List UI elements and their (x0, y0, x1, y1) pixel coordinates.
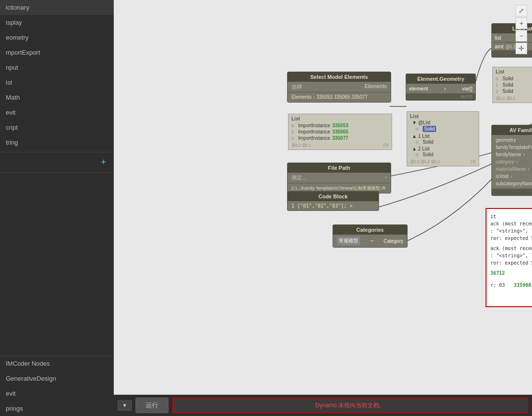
console-line: ror: expected Solid, got Mesh (490, 235, 532, 242)
sidebar-item-list[interactable]: ist (0, 75, 114, 90)
zoom-controls: ⤢ + − ✛ (516, 5, 527, 54)
zoom-pan-button[interactable]: ✛ (516, 43, 527, 54)
element-list-subnode: ▼ @List (412, 120, 476, 125)
av-familytemplatepath-input: familyTemplatePath (496, 145, 532, 150)
sidebar-item-display[interactable]: isplay (0, 15, 114, 30)
sidebar-item-revit2[interactable]: evit (0, 386, 114, 401)
sidebar-item-springs[interactable]: prings (0, 401, 114, 416)
sidebar-item-importexport[interactable]: mportExport (0, 45, 114, 60)
select-model-content: Elements：335053 335065 335077 (291, 94, 367, 100)
sidebar-item-script[interactable]: cript (0, 120, 114, 135)
element-geometry-header: Element.Geometry (406, 74, 475, 84)
av-geometry-input: geometry (496, 137, 516, 143)
flatten-amt-value: @L1 (505, 44, 516, 49)
zoom-out-button[interactable]: − (516, 30, 527, 42)
categories-header: Categories (333, 225, 407, 235)
select-model-col2: Elements (365, 83, 387, 90)
error-console: it ack (most recent call last): : "<stri… (486, 208, 532, 307)
list-item: 2 Solid (496, 88, 532, 94)
plus-icon: + (519, 19, 523, 27)
sidebar-bottom: IMCoder Nodes GenerativeDesign evit prin… (0, 356, 114, 416)
sidebar-item-string[interactable]: tring (0, 135, 114, 150)
sidebar-add-button[interactable]: + (0, 154, 114, 170)
sidebar-divider-2 (0, 172, 114, 173)
element-list-node: List ▼ @List 0 Solid ▲ 1 List 0 Solid ▲ … (407, 111, 479, 166)
canvas-area[interactable]: Select Model Elements 选择 Elements Elemen… (114, 0, 532, 416)
console-line: : "<string>", line 121, in NewForm_backg… (490, 252, 532, 259)
bottom-dropdown[interactable]: ▼ (118, 400, 132, 411)
fit-icon: ⤢ (518, 7, 524, 15)
sidebar-item-geometry[interactable]: eometry (0, 30, 114, 45)
av-familyname-input: familyName (496, 152, 521, 157)
select-list-node: List 0 ImportInstance 335053 1 ImportIns… (288, 114, 392, 150)
sidebar-item-dictionary[interactable]: ictionary (0, 0, 114, 15)
element-list-subnode3: ▲ 2 List (412, 146, 476, 151)
file-path-header: File Path (288, 163, 391, 173)
element-list-footer: @L3 @L2 @L1 (410, 159, 440, 164)
flatten-amt-input: amt (495, 44, 503, 49)
av-family-header: AV FamilyInstance.ByGeometry (492, 125, 532, 135)
zoom-fit-button[interactable]: ⤢ (516, 5, 527, 16)
categories-output: Category (383, 238, 403, 244)
sidebar-divider (0, 152, 114, 152)
console-line: it (490, 213, 532, 220)
sidebar-item-imcoder[interactable]: IMCoder Nodes (0, 356, 114, 371)
sidebar-item-input[interactable]: nput (0, 60, 114, 75)
bottom-bar: ▼ 运行 Dynamo 未指向当前文档。 (114, 395, 532, 416)
flatten-list-title: List (496, 69, 532, 74)
list-item: 0 Solid (496, 75, 532, 82)
pan-icon: ✛ (518, 45, 524, 52)
select-list-footer: @L2 @L1 (291, 143, 311, 148)
categories-dropdown[interactable]: 常规模型 (337, 237, 360, 245)
flatten-list-node: List 0 Solid 1 Solid 2 Solid @L2 @L1 (3) (492, 67, 532, 103)
minus-icon: − (519, 32, 523, 40)
console-line: ror: expected Solid, got Mesh (490, 259, 532, 267)
code-block-node: Code Block 1 ["01","02","03"]; > (287, 191, 379, 211)
console-spacer (490, 277, 532, 282)
element-output: var[] (462, 86, 472, 91)
flatten-footer: @L2 @L1 (496, 96, 516, 101)
select-list-count: (3) (383, 143, 389, 148)
select-list-title: List (291, 116, 389, 121)
list-item: 0 ImportInstance 335053 (291, 122, 389, 129)
file-path-subtitle: 测定... (291, 174, 306, 181)
zoom-in-button[interactable]: + (516, 17, 527, 29)
status-message: Dynamo 未指向当前文档。 (172, 398, 528, 413)
select-model-subtitle: 选择 (291, 83, 302, 90)
console-line: ack (most recent call last): (490, 220, 532, 227)
element-list-count: (3) (471, 159, 476, 164)
av-category-input: category (496, 159, 514, 164)
av-isvoid-input: isVoid (496, 174, 509, 179)
element-input: element (409, 86, 428, 91)
av-family-footer: AUTO (492, 189, 532, 195)
bottom-bar-canvas (114, 373, 532, 395)
av-subcategoryname-input: subcategoryName (496, 181, 532, 186)
run-button[interactable]: 运行 (136, 398, 168, 413)
select-model-header: Select Model Elements (288, 72, 391, 82)
list-item: 2 ImportInstance 335077 (291, 135, 389, 141)
console-line: : "<string>", line 121, in NewForm_backg… (490, 227, 532, 235)
console-value-green: 36712 (490, 269, 532, 277)
element-list-subnode2: ▲ 1 List (412, 134, 476, 139)
sidebar-item-generativedesign[interactable]: GenerativeDesign (0, 371, 114, 386)
element-geometry-footer: AUTO (406, 93, 475, 100)
file-path-node: File Path 测定... › C:\...\Family Template… (287, 163, 391, 193)
element-list-title: List (410, 114, 476, 119)
sidebar-item-revit[interactable]: evit (0, 105, 114, 120)
sidebar-item-math[interactable]: Math (0, 90, 114, 105)
av-materialname-input: materialName (496, 166, 526, 172)
categories-node: Categories 常规模型 ~ Category (333, 224, 408, 248)
element-geometry-node: Element.Geometry element › var[] AUTO (406, 74, 476, 101)
flatten-list-input: list (495, 35, 501, 41)
code-block-header: Code Block (288, 192, 379, 201)
file-path-content: C:\...\Family Templates\Chinese\公制常规模型.r… (291, 186, 385, 191)
select-model-node: Select Model Elements 选择 Elements Elemen… (287, 72, 391, 103)
av-family-node: AV FamilyInstance.ByGeometry geometry › … (491, 125, 532, 196)
list-item: 1 ImportInstance 335065 (291, 129, 389, 135)
code-block-content: 1 ["01","02","03"]; > (291, 203, 352, 208)
console-line-last: r: 03 335908 (490, 282, 532, 289)
console-line: ack (most recent call last): (490, 245, 532, 252)
sidebar: ictionary isplay eometry mportExport npu… (0, 0, 114, 416)
list-item: 1 Solid (496, 82, 532, 88)
